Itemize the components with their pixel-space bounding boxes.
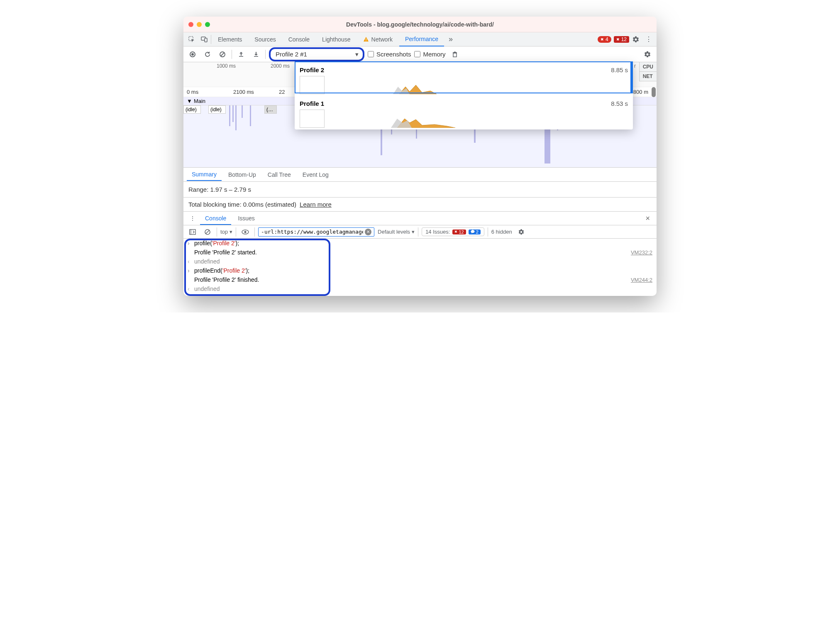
count: 2 [476, 229, 479, 234]
divider [236, 227, 236, 237]
svg-rect-2 [205, 38, 207, 42]
cpu-lane-label: CPU [640, 62, 657, 72]
device-toggle-icon[interactable] [198, 34, 210, 45]
console-output[interactable]: › profile('Profile 2'); Profile 'Profile… [183, 239, 657, 296]
panel-tabs: Elements Sources Console Lighthouse Netw… [183, 32, 657, 46]
summary-tabs: Summary Bottom-Up Call Tree Event Log [183, 168, 657, 182]
code-fragment: profileEnd( [194, 267, 222, 274]
learn-more-link[interactable]: Learn more [300, 201, 332, 208]
net-lane-label: NET [640, 72, 657, 81]
console-line: Profile 'Profile 2' finished. VM244:2 [183, 275, 657, 284]
devtools-window: DevTools - blog.google/technology/ai/cod… [183, 17, 657, 296]
console-text: Profile 'Profile 2' finished. [194, 276, 631, 283]
kebab-menu-icon[interactable]: ⋮ [187, 212, 198, 224]
console-line: ‹ undefined [183, 257, 657, 266]
more-tabs-icon[interactable]: » [445, 34, 457, 45]
clear-filter-icon[interactable]: ✕ [365, 229, 371, 235]
source-link[interactable]: VM244:2 [631, 277, 652, 283]
screenshots-input[interactable] [368, 51, 374, 57]
sidebar-toggle-icon[interactable] [187, 226, 198, 238]
record-icon[interactable] [187, 49, 198, 60]
tab-label: Call Tree [268, 171, 291, 178]
tab-lighthouse[interactable]: Lighthouse [316, 32, 357, 46]
divider [488, 227, 488, 237]
scrollbar-thumb[interactable] [652, 87, 656, 97]
ruler-tick: 2100 ms [233, 89, 254, 95]
svg-rect-10 [254, 56, 258, 57]
console-filter[interactable]: ✕ [258, 227, 374, 237]
trash-icon[interactable] [449, 49, 461, 60]
inspect-icon[interactable] [186, 34, 198, 45]
tab-summary[interactable]: Summary [187, 168, 222, 181]
profile-duration: 8.85 s [611, 66, 628, 73]
context-select[interactable]: top▾ [220, 229, 232, 235]
range-info: Range: 1.97 s – 2.79 s [183, 182, 657, 197]
prompt-return-icon: ‹ [188, 286, 194, 292]
memory-input[interactable] [414, 51, 420, 57]
issues-pill[interactable]: 14 Issues: 12 2 [422, 227, 484, 236]
issues-label: 14 Issues: [425, 229, 450, 235]
download-icon[interactable] [250, 49, 262, 60]
clear-icon[interactable] [217, 49, 228, 60]
ruler-tick: 22 [279, 89, 285, 95]
lane-labels: CPU NET [639, 62, 657, 81]
tab-event-log[interactable]: Event Log [298, 169, 334, 181]
badge-text: 4 [606, 37, 608, 42]
perf-settings-icon[interactable] [642, 49, 653, 60]
tab-label: Console [205, 215, 226, 222]
console-text: profile('Profile 2'); [194, 240, 652, 247]
tab-elements[interactable]: Elements [212, 32, 248, 46]
tab-bottom-up[interactable]: Bottom-Up [223, 169, 261, 181]
console-settings-icon[interactable] [515, 226, 527, 238]
ruler-tick: 1000 ms [217, 63, 236, 69]
clear-console-icon[interactable] [202, 226, 213, 238]
filter-input[interactable] [261, 229, 363, 235]
issues-error-count: 12 [452, 229, 466, 234]
error-count-badge[interactable]: 4 [598, 36, 611, 43]
divider [418, 227, 418, 237]
kebab-menu-icon[interactable]: ⋮ [642, 34, 654, 45]
console-text: undefined [194, 286, 652, 292]
tab-console[interactable]: Console [283, 32, 315, 46]
tab-performance[interactable]: Performance [399, 32, 444, 46]
memory-checkbox[interactable]: Memory [414, 51, 445, 58]
levels-value: Default levels [378, 229, 410, 235]
close-drawer-icon[interactable]: × [642, 214, 653, 223]
profile-name: Profile 2 [300, 66, 324, 73]
tab-network[interactable]: Network [357, 32, 398, 46]
reload-icon[interactable] [202, 49, 213, 60]
settings-icon[interactable] [630, 34, 642, 45]
svg-rect-3 [366, 39, 366, 40]
profile-dropdown: Profile 28.85 s Profile 18.53 s [295, 62, 633, 129]
ruler-tick: 0 ms [187, 89, 198, 95]
close-window-icon[interactable] [188, 22, 193, 27]
tab-sources[interactable]: Sources [249, 32, 281, 46]
drawer-tab-console[interactable]: Console [200, 212, 231, 225]
profile-name: Profile 1 [300, 100, 324, 107]
svg-line-8 [221, 53, 224, 56]
profile-duration: 8.53 s [611, 100, 628, 107]
ruler-tick: 2000 ms [271, 63, 290, 69]
error-count-badge-2[interactable]: 12 [614, 36, 629, 43]
minimize-window-icon[interactable] [197, 22, 202, 27]
zoom-window-icon[interactable] [205, 22, 210, 27]
preview-graph [325, 82, 628, 94]
screenshots-checkbox[interactable]: Screenshots [368, 51, 411, 58]
levels-select[interactable]: Default levels▾ [378, 229, 415, 235]
live-expression-icon[interactable] [239, 226, 251, 238]
link-text: Learn more [300, 201, 332, 208]
track-label: Main [194, 98, 205, 104]
source-link[interactable]: VM232:2 [631, 249, 652, 256]
titlebar: DevTools - blog.google/technology/ai/cod… [183, 17, 657, 32]
profile-option-1[interactable]: Profile 18.53 s [295, 96, 633, 129]
svg-rect-12 [453, 52, 457, 53]
upload-icon[interactable] [235, 49, 247, 60]
code-fragment: ); [246, 267, 249, 274]
profile-option-2[interactable]: Profile 28.85 s [295, 62, 633, 96]
preview-thumbnail [300, 76, 325, 94]
svg-point-19 [244, 231, 247, 233]
profile-select[interactable]: Profile 2 #1 [269, 47, 364, 61]
tab-call-tree[interactable]: Call Tree [263, 169, 296, 181]
hidden-count: 6 hidden [491, 229, 512, 235]
drawer-tab-issues[interactable]: Issues [233, 212, 259, 224]
